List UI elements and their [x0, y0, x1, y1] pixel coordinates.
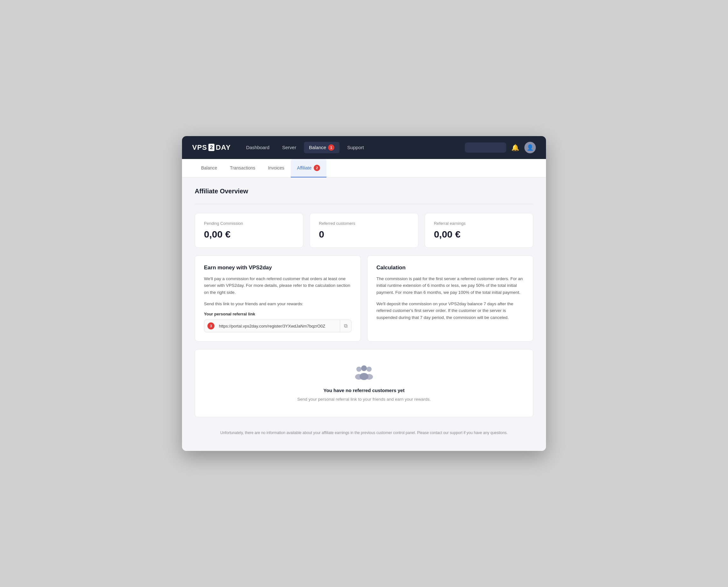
tab-invoices[interactable]: Invoices — [261, 160, 291, 177]
referral-url: https://portal.vps2day.com/register/3YXw… — [218, 321, 340, 332]
earn-card-title: Earn money with VPS2day — [204, 264, 351, 271]
tab-affiliate[interactable]: Affiliate 2 — [291, 159, 327, 178]
nav-support[interactable]: Support — [342, 142, 369, 152]
people-icon — [354, 365, 374, 384]
tab-balance[interactable]: Balance — [195, 160, 224, 177]
balance-badge: 1 — [328, 144, 335, 151]
empty-state-text: Send your personal referral link to your… — [297, 397, 431, 402]
footer-note: Unfortunately, there are no information … — [195, 425, 533, 438]
calc-card: Calculation The commission is paid for t… — [367, 255, 533, 342]
referral-link-box: 3 https://portal.vps2day.com/register/3Y… — [204, 320, 351, 332]
svg-point-0 — [356, 367, 361, 372]
nav-links: Dashboard Server Balance 1 Support — [241, 142, 455, 153]
info-cards: Earn money with VPS2day We'll pay a comm… — [195, 255, 533, 342]
calc-card-title: Calculation — [377, 264, 524, 271]
svg-point-4 — [361, 366, 367, 371]
calc-card-text1: The commission is paid for the first ser… — [377, 275, 524, 296]
stat-card-earnings: Referral earnings 0,00 € — [425, 213, 533, 248]
empty-state-title: You have no referred customers yet — [324, 388, 405, 393]
tab-transactions[interactable]: Transactions — [224, 160, 262, 177]
referral-badge: 3 — [207, 323, 214, 329]
svg-point-5 — [360, 373, 368, 380]
earn-card: Earn money with VPS2day We'll pay a comm… — [195, 255, 361, 342]
copy-icon: ⧉ — [344, 323, 347, 328]
avatar[interactable]: 👤 — [524, 142, 536, 153]
stat-card-referred: Referred customers 0 — [310, 213, 418, 248]
search-input[interactable] — [465, 142, 506, 152]
earn-card-text2: Send this link to your friends and earn … — [204, 301, 351, 307]
logo: VPS 2 DAY — [192, 143, 231, 152]
stat-cards: Pending Commission 0,00 € Referred custo… — [195, 213, 533, 248]
affiliate-badge: 2 — [314, 165, 320, 171]
nav-right: 🔔 👤 — [465, 142, 536, 153]
main-content: Affiliate Overview Pending Commission 0,… — [182, 178, 546, 451]
calc-card-text2: We'll deposit the commission on your VPS… — [377, 301, 524, 321]
nav-server[interactable]: Server — [277, 142, 301, 152]
empty-state-card: You have no referred customers yet Send … — [195, 349, 533, 417]
logo-vps: VPS — [192, 143, 207, 152]
logo-day: DAY — [216, 143, 231, 152]
referral-label: Your personal referral link — [204, 312, 351, 316]
stat-card-pending: Pending Commission 0,00 € — [195, 213, 303, 248]
app-window: VPS 2 DAY Dashboard Server Balance 1 Sup… — [182, 136, 546, 451]
nav-dashboard[interactable]: Dashboard — [241, 142, 274, 152]
stat-label-pending: Pending Commission — [204, 221, 294, 226]
earn-card-text1: We'll pay a commission for each referred… — [204, 275, 351, 296]
navbar: VPS 2 DAY Dashboard Server Balance 1 Sup… — [182, 136, 546, 159]
svg-point-2 — [367, 367, 372, 372]
logo-icon: 2 — [208, 144, 214, 151]
stat-value-referred: 0 — [319, 229, 409, 240]
notifications-button[interactable]: 🔔 — [511, 144, 519, 151]
stat-label-earnings: Referral earnings — [434, 221, 524, 226]
tabs-bar: Balance Transactions Invoices Affiliate … — [182, 159, 546, 178]
nav-balance[interactable]: Balance 1 — [304, 142, 340, 153]
stat-value-earnings: 0,00 € — [434, 229, 524, 240]
stat-value-pending: 0,00 € — [204, 229, 294, 240]
user-icon: 👤 — [527, 144, 533, 151]
stat-label-referred: Referred customers — [319, 221, 409, 226]
divider — [195, 204, 533, 204]
page-title: Affiliate Overview — [195, 188, 533, 195]
copy-button[interactable]: ⧉ — [340, 320, 351, 332]
bell-icon: 🔔 — [511, 144, 519, 151]
